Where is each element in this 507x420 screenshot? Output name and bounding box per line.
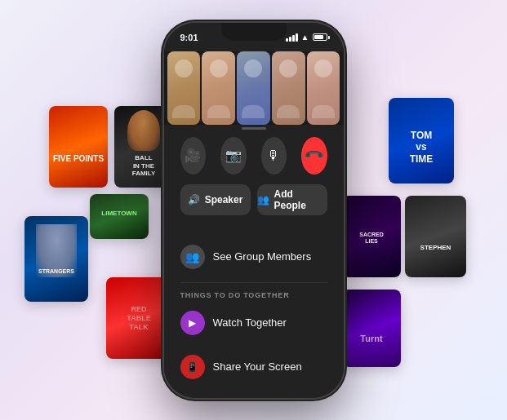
poster-sacred-title: SACREDLIES [342,228,401,249]
video-thumb-1 [167,51,201,125]
share-screen-item[interactable]: 📱 Share Your Screen [174,345,334,389]
add-people-label: Add People [274,188,327,211]
battery-icon [313,33,327,41]
watch-together-label: Watch Together [213,316,287,329]
phone-frame: 9:01 ▲ [164,23,344,398]
add-people-button[interactable]: 👥 Add People [257,184,327,215]
see-group-members-item[interactable]: 👥 See Group Members [174,235,334,279]
see-group-members-label: See Group Members [213,250,312,263]
speaker-label: Speaker [205,194,243,206]
menu-section: 👥 See Group Members THINGS TO DO TOGETHE… [164,235,344,389]
battery-fill [314,35,323,39]
signal-bar-2 [289,37,291,42]
status-time: 9:01 [180,33,198,42]
watch-together-item[interactable]: ▶ Watch Together [174,301,334,345]
people-icon: 👥 [185,250,199,263]
menu-divider-1 [180,282,327,283]
action-buttons-row: 🔊 Speaker 👥 Add People [180,184,327,215]
mute-button[interactable]: 🎙 [261,137,287,175]
share-screen-icon: 📱 [180,355,205,379]
poster-turnt: Turnt [342,290,401,367]
poster-strangers-title: STRANGERS [24,265,88,278]
things-to-do-label: THINGS TO DO TOGETHER [174,286,334,301]
signal-bar-1 [286,38,288,42]
speaker-icon: 🔊 [188,194,200,206]
poster-five-points: FIVE POINTS [49,106,108,188]
phone-device: 9:01 ▲ [164,23,344,398]
share-screen-label: Share Your Screen [213,360,302,373]
video-thumbnails-row [164,51,344,125]
poster-five-points-title: FIVE POINTS [49,151,108,167]
video-camera-icon: 🎥 [185,148,201,163]
add-people-icon: 👥 [257,194,269,206]
flip-camera-button[interactable]: 📷 [220,137,247,175]
poster-red-table: REDTABLETALK [106,277,171,359]
end-call-icon: 📞 [303,144,326,167]
phone-notch [221,23,287,41]
video-thumb-3 [237,51,270,125]
video-thumb-5 [307,51,340,125]
speaker-button[interactable]: 🔊 Speaker [180,184,251,215]
signal-bar-4 [296,33,298,42]
video-thumb-4 [272,51,305,125]
call-controls: 🎥 📷 🎙 📞 🔊 Speaker 👥 [164,137,344,227]
watch-together-icon: ▶ [180,311,205,335]
poster-limetown-title: LIMETOWN [90,206,149,221]
video-thumb-2 [202,51,235,125]
flip-camera-icon: 📷 [225,148,242,163]
poster-red-table-title: REDTABLETALK [106,302,171,334]
signal-bars-icon [286,33,298,42]
poster-tom-time-title: TOMvsTIME [389,126,454,168]
screen-icon: 📱 [186,361,198,373]
icon-controls-row: 🎥 📷 🎙 📞 [180,137,327,175]
play-icon: ▶ [189,317,196,329]
poster-sacred: SACREDLIES [342,196,401,277]
poster-stephen-title: STEPHEN [405,241,466,255]
poster-tom-time: TOMvsTIME [389,98,454,183]
end-call-button[interactable]: 📞 [301,137,327,175]
poster-limetown: LIMETOWN [90,194,149,239]
poster-strangers: STRANGERS [24,216,88,302]
microphone-icon: 🎙 [267,148,280,163]
video-toggle-button[interactable]: 🎥 [180,137,207,175]
poster-stephen: STEPHEN [405,196,466,277]
group-members-icon: 👥 [180,245,205,269]
wifi-icon: ▲ [301,33,309,42]
signal-bar-3 [292,35,295,42]
status-icons: ▲ [286,33,327,42]
poster-turnt-title: Turnt [342,330,401,347]
drag-handle [242,127,266,130]
